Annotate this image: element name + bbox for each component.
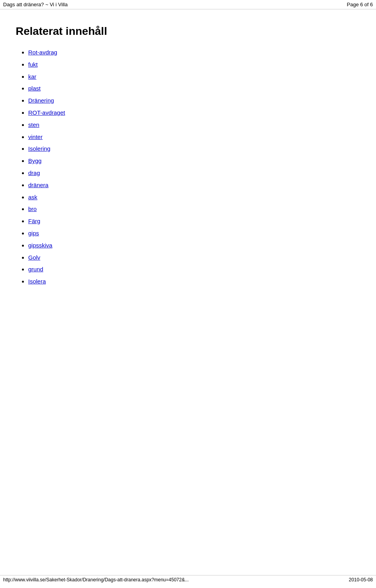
related-link-14[interactable]: Färg xyxy=(28,218,40,224)
page-header-title: Dags att dränera? ~ Vi i Villa xyxy=(3,2,68,7)
page-header-pagenum: Page 6 of 6 xyxy=(347,2,373,7)
related-link-0[interactable]: Rot-avdrag xyxy=(28,49,57,56)
list-item: drag xyxy=(28,168,360,179)
list-item: Dränering xyxy=(28,95,360,106)
list-item: ROT-avdraget xyxy=(28,107,360,119)
related-link-11[interactable]: dränera xyxy=(28,182,49,188)
related-link-9[interactable]: Bygg xyxy=(28,157,42,164)
page-footer: http://www.viivilla.se/Sakerhet-Skador/D… xyxy=(0,575,376,584)
related-link-2[interactable]: kar xyxy=(28,73,36,80)
related-link-10[interactable]: drag xyxy=(28,170,40,176)
related-link-18[interactable]: grund xyxy=(28,266,43,272)
list-item: ask xyxy=(28,192,360,203)
related-link-4[interactable]: Dränering xyxy=(28,97,54,104)
main-content: Relaterat innehåll Rot-avdragfuktkarplas… xyxy=(0,9,376,312)
list-item: plast xyxy=(28,83,360,94)
list-item: vinter xyxy=(28,132,360,143)
list-item: Golv xyxy=(28,252,360,263)
section-title: Relaterat innehåll xyxy=(16,25,360,38)
related-link-1[interactable]: fukt xyxy=(28,61,38,68)
list-item: dränera xyxy=(28,180,360,191)
list-item: bro xyxy=(28,204,360,215)
list-item: Isolering xyxy=(28,143,360,155)
list-item: gipsskiva xyxy=(28,240,360,251)
related-link-12[interactable]: ask xyxy=(28,194,37,200)
list-item: fukt xyxy=(28,59,360,70)
related-link-8[interactable]: Isolering xyxy=(28,145,51,152)
related-link-19[interactable]: Isolera xyxy=(28,278,46,285)
list-item: Färg xyxy=(28,216,360,227)
footer-url: http://www.viivilla.se/Sakerhet-Skador/D… xyxy=(3,577,189,583)
related-link-16[interactable]: gipsskiva xyxy=(28,242,52,249)
page-header: Dags att dränera? ~ Vi i Villa Page 6 of… xyxy=(0,0,376,9)
list-item: sten xyxy=(28,119,360,131)
related-link-17[interactable]: Golv xyxy=(28,254,40,261)
related-link-7[interactable]: vinter xyxy=(28,133,43,140)
list-item: Isolera xyxy=(28,276,360,287)
related-link-3[interactable]: plast xyxy=(28,85,41,92)
list-item: gips xyxy=(28,228,360,239)
list-item: kar xyxy=(28,71,360,83)
related-link-15[interactable]: gips xyxy=(28,230,39,236)
list-item: grund xyxy=(28,264,360,275)
related-link-6[interactable]: sten xyxy=(28,121,39,128)
related-links-list: Rot-avdragfuktkarplastDräneringROT-avdra… xyxy=(16,47,360,287)
list-item: Rot-avdrag xyxy=(28,47,360,58)
related-link-13[interactable]: bro xyxy=(28,206,37,212)
list-item: Bygg xyxy=(28,155,360,167)
footer-date: 2010-05-08 xyxy=(349,577,373,583)
related-link-5[interactable]: ROT-avdraget xyxy=(28,109,65,116)
